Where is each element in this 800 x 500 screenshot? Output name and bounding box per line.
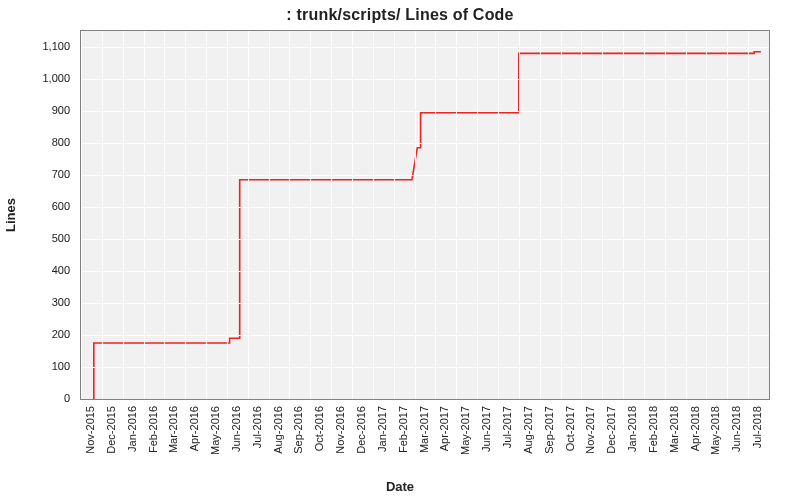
gridline-v bbox=[81, 31, 82, 399]
gridline-v bbox=[185, 31, 186, 399]
x-tick-label: Feb-2017 bbox=[397, 406, 409, 453]
x-tick-label: Sep-2016 bbox=[292, 406, 304, 454]
gridline-h bbox=[81, 175, 769, 176]
gridline-v bbox=[123, 31, 124, 399]
gridline-v bbox=[456, 31, 457, 399]
gridline-v bbox=[644, 31, 645, 399]
x-tick-label: Apr-2017 bbox=[438, 406, 450, 451]
gridline-v bbox=[269, 31, 270, 399]
gridline-v bbox=[561, 31, 562, 399]
x-tick-label: Jul-2017 bbox=[501, 406, 513, 448]
gridline-v bbox=[164, 31, 165, 399]
gridline-v bbox=[248, 31, 249, 399]
x-tick-label: Jun-2017 bbox=[480, 406, 492, 452]
gridline-h bbox=[81, 335, 769, 336]
gridline-v bbox=[227, 31, 228, 399]
x-tick-label: Dec-2016 bbox=[355, 406, 367, 454]
gridline-v bbox=[352, 31, 353, 399]
gridline-v bbox=[373, 31, 374, 399]
gridline-v bbox=[206, 31, 207, 399]
chart-title: : trunk/scripts/ Lines of Code bbox=[0, 6, 800, 24]
gridline-v bbox=[310, 31, 311, 399]
gridline-h bbox=[81, 303, 769, 304]
x-tick-label: Aug-2016 bbox=[272, 406, 284, 454]
x-tick-label: Nov-2016 bbox=[334, 406, 346, 454]
gridline-v bbox=[665, 31, 666, 399]
x-tick-label: Jan-2016 bbox=[126, 406, 138, 452]
gridline-h bbox=[81, 111, 769, 112]
gridline-h bbox=[81, 239, 769, 240]
y-tick-label: 300 bbox=[52, 296, 70, 308]
x-tick-label: Nov-2015 bbox=[84, 406, 96, 454]
x-tick-label: Sep-2017 bbox=[543, 406, 555, 454]
x-tick-label: Oct-2017 bbox=[564, 406, 576, 451]
x-tick-label: Apr-2018 bbox=[689, 406, 701, 451]
gridline-v bbox=[623, 31, 624, 399]
x-tick-label: Jul-2018 bbox=[751, 406, 763, 448]
y-tick-label: 700 bbox=[52, 168, 70, 180]
gridline-v bbox=[498, 31, 499, 399]
gridline-v bbox=[581, 31, 582, 399]
gridline-h bbox=[81, 143, 769, 144]
gridline-v bbox=[289, 31, 290, 399]
x-tick-label: May-2016 bbox=[209, 406, 221, 455]
x-tick-label: May-2017 bbox=[459, 406, 471, 455]
y-tick-label: 600 bbox=[52, 200, 70, 212]
gridline-v bbox=[435, 31, 436, 399]
y-tick-label: 200 bbox=[52, 328, 70, 340]
y-tick-label: 0 bbox=[64, 392, 70, 404]
y-tick-label: 1,000 bbox=[42, 72, 70, 84]
gridline-h bbox=[81, 79, 769, 80]
y-tick-label: 900 bbox=[52, 104, 70, 116]
x-tick-label: Dec-2015 bbox=[105, 406, 117, 454]
x-tick-label: Jan-2017 bbox=[376, 406, 388, 452]
y-tick-label: 400 bbox=[52, 264, 70, 276]
x-tick-label: Mar-2017 bbox=[418, 406, 430, 453]
gridline-v bbox=[706, 31, 707, 399]
gridline-v bbox=[477, 31, 478, 399]
plot-area bbox=[80, 30, 770, 400]
x-tick-label: Feb-2016 bbox=[147, 406, 159, 453]
x-axis-label: Date bbox=[0, 479, 800, 494]
gridline-v bbox=[519, 31, 520, 399]
gridline-v bbox=[686, 31, 687, 399]
gridline-h bbox=[81, 399, 769, 400]
gridline-v bbox=[102, 31, 103, 399]
gridline-h bbox=[81, 271, 769, 272]
gridline-v bbox=[415, 31, 416, 399]
x-tick-label: Nov-2017 bbox=[584, 406, 596, 454]
x-tick-label: Aug-2017 bbox=[522, 406, 534, 454]
x-axis-ticks: Nov-2015Dec-2015Jan-2016Feb-2016Mar-2016… bbox=[80, 402, 770, 472]
gridline-v bbox=[748, 31, 749, 399]
gridline-v bbox=[394, 31, 395, 399]
gridline-v bbox=[144, 31, 145, 399]
x-tick-label: Feb-2018 bbox=[647, 406, 659, 453]
gridline-v bbox=[540, 31, 541, 399]
x-tick-label: Oct-2016 bbox=[313, 406, 325, 451]
gridline-v bbox=[727, 31, 728, 399]
y-tick-label: 1,100 bbox=[42, 40, 70, 52]
gridline-v bbox=[602, 31, 603, 399]
x-tick-label: Mar-2018 bbox=[668, 406, 680, 453]
y-tick-label: 100 bbox=[52, 360, 70, 372]
y-axis-ticks: 01002003004005006007008009001,0001,100 bbox=[0, 30, 76, 400]
data-line bbox=[81, 31, 769, 399]
gridline-h bbox=[81, 367, 769, 368]
x-tick-label: Apr-2016 bbox=[188, 406, 200, 451]
x-tick-label: Jul-2016 bbox=[251, 406, 263, 448]
x-tick-label: May-2018 bbox=[709, 406, 721, 455]
gridline-h bbox=[81, 207, 769, 208]
y-tick-label: 800 bbox=[52, 136, 70, 148]
x-tick-label: Dec-2017 bbox=[605, 406, 617, 454]
chart-container: : trunk/scripts/ Lines of Code Lines 010… bbox=[0, 0, 800, 500]
x-tick-label: Mar-2016 bbox=[167, 406, 179, 453]
x-tick-label: Jan-2018 bbox=[626, 406, 638, 452]
x-tick-label: Jun-2016 bbox=[230, 406, 242, 452]
gridline-v bbox=[331, 31, 332, 399]
x-tick-label: Jun-2018 bbox=[730, 406, 742, 452]
gridline-h bbox=[81, 47, 769, 48]
y-tick-label: 500 bbox=[52, 232, 70, 244]
